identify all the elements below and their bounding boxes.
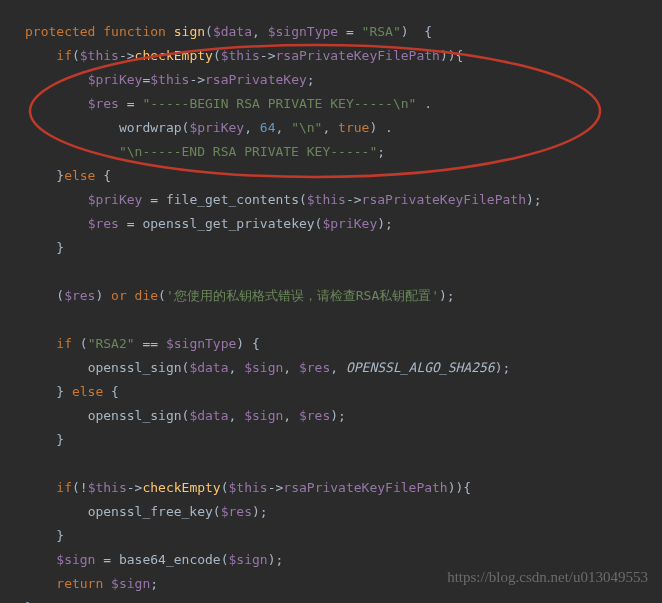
call-wordwrap: wordwrap: [119, 120, 182, 135]
keyword-return: return: [56, 576, 103, 591]
param-signtype: $signType: [268, 24, 338, 39]
call-openssl-getprivkey: openssl_get_privatekey: [142, 216, 314, 231]
var-prikey: $priKey: [189, 120, 244, 135]
var-res: $res: [88, 216, 119, 231]
call-checkempty: checkEmpty: [135, 48, 213, 63]
num-64: 64: [260, 120, 276, 135]
var-data: $data: [189, 408, 228, 423]
keyword-or: or: [111, 288, 127, 303]
keyword-true: true: [338, 120, 369, 135]
var-sign: $sign: [229, 552, 268, 567]
var-data: $data: [189, 360, 228, 375]
keyword-if: if: [56, 48, 72, 63]
var-res: $res: [64, 288, 95, 303]
prop-rsaprivkey: rsaPrivateKey: [205, 72, 307, 87]
string-rsa2: "RSA2": [88, 336, 135, 351]
prop-rsapath: rsaPrivateKeyFilePath: [276, 48, 440, 63]
var-res: $res: [299, 408, 330, 423]
string-error-cn: '您使用的私钥格式错误，请检查RSA私钥配置': [166, 288, 439, 303]
call-openssl-freekey: openssl_free_key: [88, 504, 213, 519]
var-this: $this: [221, 48, 260, 63]
keyword-else: else: [72, 384, 103, 399]
keyword-if: if: [56, 336, 72, 351]
string-rsa: "RSA": [362, 24, 401, 39]
var-res: $res: [299, 360, 330, 375]
call-base64encode: base64_encode: [119, 552, 221, 567]
var-signtype: $signType: [166, 336, 236, 351]
prop-rsapath: rsaPrivateKeyFilePath: [283, 480, 447, 495]
var-sign: $sign: [56, 552, 95, 567]
var-this: $this: [229, 480, 268, 495]
call-filegetcontents: file_get_contents: [166, 192, 299, 207]
prop-rsapath: rsaPrivateKeyFilePath: [362, 192, 526, 207]
var-res: $res: [221, 504, 252, 519]
call-openssl-sign: openssl_sign: [88, 408, 182, 423]
var-sign: $sign: [111, 576, 150, 591]
keyword-die: die: [135, 288, 158, 303]
string-end: "\n-----END RSA PRIVATE KEY-----": [119, 144, 377, 159]
keyword-else: else: [64, 168, 95, 183]
keyword-if: if: [56, 480, 72, 495]
string-begin: "-----BEGIN RSA PRIVATE KEY-----\n": [142, 96, 416, 111]
var-this: $this: [307, 192, 346, 207]
var-this: $this: [150, 72, 189, 87]
call-openssl-sign: openssl_sign: [88, 360, 182, 375]
var-prikey: $priKey: [88, 72, 143, 87]
var-sign: $sign: [244, 360, 283, 375]
const-sha256: OPENSSL_ALGO_SHA256: [346, 360, 495, 375]
var-this: $this: [88, 480, 127, 495]
call-checkempty: checkEmpty: [142, 480, 220, 495]
var-prikey: $priKey: [322, 216, 377, 231]
var-prikey: $priKey: [88, 192, 143, 207]
var-sign: $sign: [244, 408, 283, 423]
param-data: $data: [213, 24, 252, 39]
function-name: sign: [174, 24, 205, 39]
var-res: $res: [88, 96, 119, 111]
watermark-text: https://blog.csdn.net/u013049553: [447, 565, 648, 589]
string-nl: "\n": [291, 120, 322, 135]
code-block: protected function sign($data, $signType…: [0, 0, 662, 603]
keyword-function: function: [103, 24, 166, 39]
var-this: $this: [80, 48, 119, 63]
keyword-protected: protected: [25, 24, 95, 39]
